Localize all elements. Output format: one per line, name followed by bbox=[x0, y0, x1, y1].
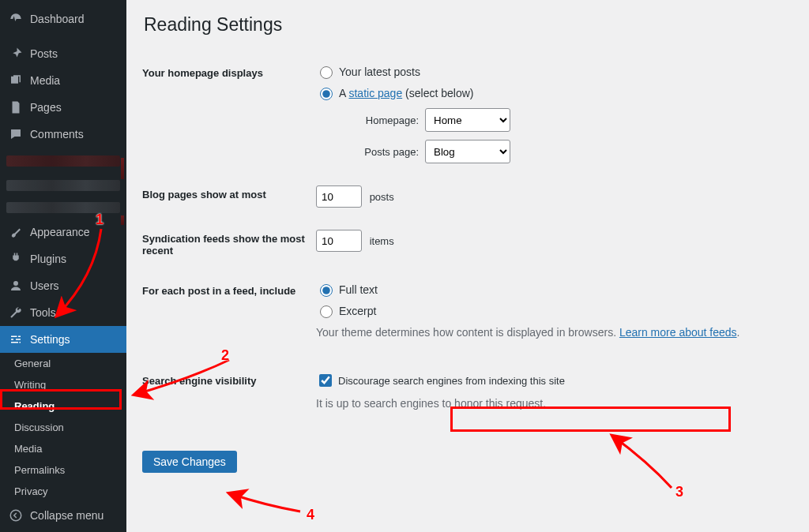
sidebar-item-media[interactable]: Media bbox=[0, 67, 126, 94]
sidebar-item-pages[interactable]: Pages bbox=[0, 94, 126, 121]
sidebar-item-label: Pages bbox=[30, 101, 62, 114]
submenu-item-general[interactable]: General bbox=[0, 353, 126, 374]
content-area: Reading Settings Your homepage displays … bbox=[126, 0, 809, 532]
sev-checkbox-input[interactable] bbox=[319, 374, 332, 387]
sidebar-item-users[interactable]: Users bbox=[0, 272, 126, 299]
pin-icon bbox=[8, 46, 24, 62]
dashboard-icon bbox=[8, 11, 24, 27]
feed-hint-post: . bbox=[737, 326, 740, 339]
feed-include-full[interactable]: Full text bbox=[316, 282, 785, 297]
homepage-radio-latest-input[interactable] bbox=[320, 66, 333, 79]
homepage-select[interactable]: Home bbox=[425, 108, 510, 132]
page-title: Reading Settings bbox=[144, 14, 793, 36]
feed-hint-pre: Your theme determines how content is dis… bbox=[316, 326, 619, 339]
sidebar-highlight-strip bbox=[121, 158, 124, 179]
submenu-item-reading[interactable]: Reading bbox=[0, 395, 126, 417]
feed-include-full-text: Full text bbox=[339, 283, 378, 296]
sev-label: Search engine visibility bbox=[142, 361, 316, 432]
admin-sidebar: Dashboard Posts Media Pages Comments bbox=[0, 0, 126, 532]
blog-pages-label: Blog pages show at most bbox=[142, 174, 316, 219]
postspage-select[interactable]: Blog bbox=[425, 140, 510, 163]
sev-checkbox-text: Discourage search engines from indexing … bbox=[338, 375, 565, 387]
sidebar-item-redacted-2[interactable] bbox=[0, 174, 126, 197]
plugin-icon bbox=[8, 251, 24, 267]
sidebar-item-label: Appearance bbox=[30, 226, 90, 238]
homepage-radio-static-text: A static page (select below) bbox=[339, 87, 473, 99]
sidebar-item-dashboard[interactable]: Dashboard bbox=[0, 6, 126, 32]
feed-include-full-input[interactable] bbox=[320, 284, 333, 297]
sidebar-item-redacted-1[interactable] bbox=[0, 148, 126, 174]
sliders-icon bbox=[8, 332, 24, 347]
submenu-item-discussion[interactable]: Discussion bbox=[0, 417, 126, 438]
syndication-input[interactable] bbox=[316, 230, 362, 252]
svg-point-0 bbox=[10, 510, 21, 521]
sev-hint: It is up to search engines to honor this… bbox=[316, 397, 785, 410]
sidebar-item-settings[interactable]: Settings bbox=[0, 326, 126, 353]
comment-icon bbox=[8, 126, 24, 142]
sidebar-item-label: Posts bbox=[30, 47, 58, 60]
homepage-radio-latest[interactable]: Your latest posts bbox=[316, 64, 785, 79]
homepage-radio-static[interactable]: A static page (select below) bbox=[316, 85, 785, 100]
page-icon bbox=[8, 99, 24, 115]
save-changes-button[interactable]: Save Changes bbox=[142, 451, 237, 473]
collapse-menu-label: Collapse menu bbox=[30, 509, 103, 522]
brush-icon bbox=[8, 224, 24, 240]
syndication-unit: items bbox=[370, 235, 394, 247]
sidebar-item-label: Dashboard bbox=[30, 13, 85, 25]
sidebar-item-appearance[interactable]: Appearance bbox=[0, 219, 126, 245]
collapse-menu-button[interactable]: Collapse menu bbox=[0, 502, 126, 529]
submenu-item-media[interactable]: Media bbox=[0, 438, 126, 459]
homepage-select-row: Homepage: Home bbox=[352, 108, 785, 132]
sidebar-item-comments[interactable]: Comments bbox=[0, 121, 126, 148]
homepage-displays-label: Your homepage displays bbox=[142, 53, 316, 174]
homepage-radio-static-input[interactable] bbox=[320, 88, 333, 100]
feed-include-excerpt-input[interactable] bbox=[320, 305, 333, 318]
media-icon bbox=[8, 73, 24, 88]
submenu-item-privacy[interactable]: Privacy bbox=[0, 481, 126, 502]
sidebar-item-label: Plugins bbox=[30, 253, 66, 265]
sidebar-item-redacted-3[interactable] bbox=[0, 197, 126, 219]
sidebar-item-plugins[interactable]: Plugins bbox=[0, 245, 126, 272]
sidebar-item-label: Tools bbox=[30, 306, 56, 319]
homepage-radio-latest-text: Your latest posts bbox=[339, 66, 420, 78]
blog-pages-input[interactable] bbox=[316, 185, 362, 208]
static-page-link[interactable]: static page bbox=[348, 87, 402, 99]
homepage-select-label: Homepage: bbox=[352, 114, 419, 126]
static-prefix: A bbox=[339, 87, 348, 99]
save-row: Save Changes bbox=[142, 446, 793, 473]
sidebar-item-label: Users bbox=[30, 279, 59, 292]
sidebar-item-label: Media bbox=[30, 74, 60, 87]
sev-checkbox-row[interactable]: Discourage search engines from indexing … bbox=[316, 372, 785, 389]
sidebar-item-tools[interactable]: Tools bbox=[0, 299, 126, 326]
feed-include-hint: Your theme determines how content is dis… bbox=[316, 326, 785, 339]
postspage-select-label: Posts page: bbox=[352, 146, 419, 158]
submenu-item-writing[interactable]: Writing bbox=[0, 374, 126, 395]
settings-submenu: General Writing Reading Discussion Media… bbox=[0, 353, 126, 502]
submenu-item-permalinks[interactable]: Permalinks bbox=[0, 459, 126, 481]
learn-more-feeds-link[interactable]: Learn more about feeds bbox=[619, 326, 737, 339]
syndication-label: Syndication feeds show the most recent bbox=[142, 219, 316, 271]
blog-pages-unit: posts bbox=[370, 191, 394, 203]
collapse-icon bbox=[8, 508, 24, 523]
settings-form: Your homepage displays Your latest posts… bbox=[142, 53, 793, 432]
sidebar-item-label: Comments bbox=[30, 128, 84, 140]
postspage-select-row: Posts page: Blog bbox=[352, 140, 785, 163]
users-icon bbox=[8, 278, 24, 294]
sidebar-item-label: Settings bbox=[30, 333, 70, 346]
sidebar-item-posts[interactable]: Posts bbox=[0, 40, 126, 67]
feed-include-excerpt[interactable]: Excerpt bbox=[316, 303, 785, 318]
feed-include-excerpt-text: Excerpt bbox=[339, 305, 376, 317]
feed-include-label: For each post in a feed, include bbox=[142, 271, 316, 361]
static-suffix: (select below) bbox=[402, 87, 473, 99]
wrench-icon bbox=[8, 305, 24, 320]
